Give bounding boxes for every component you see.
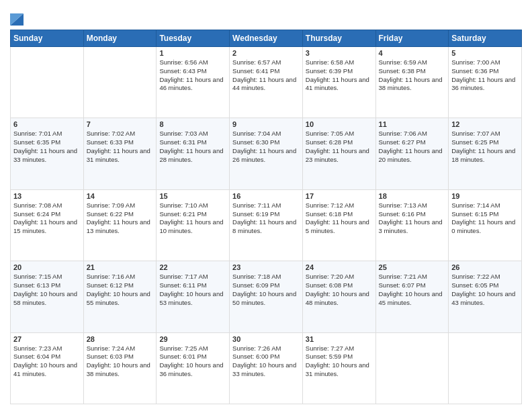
- daylight-text: Daylight: 10 hours and 38 minutes.: [87, 361, 150, 377]
- day-number: 2: [232, 49, 300, 57]
- sunset-text: Sunset: 6:04 PM: [13, 353, 60, 360]
- sunset-text: Sunset: 6:38 PM: [379, 67, 426, 75]
- daylight-text: Daylight: 10 hours and 55 minutes.: [87, 290, 150, 306]
- sunrise-text: Sunrise: 7:18 AM: [232, 273, 281, 280]
- calendar-cell: 9 Sunrise: 7:04 AM Sunset: 6:30 PM Dayli…: [230, 118, 303, 189]
- daylight-text: Daylight: 11 hours and 41 minutes.: [306, 76, 369, 92]
- day-info: Sunrise: 7:09 AM Sunset: 6:22 PM Dayligh…: [87, 201, 154, 236]
- sunrise-text: Sunrise: 7:03 AM: [159, 130, 208, 137]
- sunset-text: Sunset: 6:07 PM: [379, 281, 426, 289]
- sunrise-text: Sunrise: 7:25 AM: [159, 345, 208, 352]
- day-info: Sunrise: 7:27 AM Sunset: 5:59 PM Dayligh…: [306, 345, 373, 379]
- calendar-cell: 25 Sunrise: 7:21 AM Sunset: 6:07 PM Dayl…: [375, 261, 449, 332]
- calendar-week-4: 20 Sunrise: 7:15 AM Sunset: 6:13 PM Dayl…: [11, 261, 522, 332]
- sunrise-text: Sunrise: 7:07 AM: [451, 130, 500, 137]
- calendar-week-1: 1 Sunrise: 6:56 AM Sunset: 6:43 PM Dayli…: [11, 47, 522, 118]
- day-info: Sunrise: 7:26 AM Sunset: 6:00 PM Dayligh…: [232, 345, 300, 379]
- sunrise-text: Sunrise: 7:11 AM: [232, 201, 281, 209]
- calendar-cell: 11 Sunrise: 7:06 AM Sunset: 6:27 PM Dayl…: [375, 118, 449, 189]
- day-number: 25: [379, 263, 446, 271]
- daylight-text: Daylight: 11 hours and 28 minutes.: [159, 147, 223, 163]
- day-number: 28: [87, 335, 154, 343]
- logo-icon: [10, 7, 24, 26]
- day-number: 19: [451, 192, 519, 200]
- day-info: Sunrise: 7:01 AM Sunset: 6:35 PM Dayligh…: [13, 130, 81, 164]
- calendar-cell: 22 Sunrise: 7:17 AM Sunset: 6:11 PM Dayl…: [157, 261, 230, 332]
- sunrise-text: Sunrise: 7:12 AM: [306, 201, 354, 209]
- daylight-text: Daylight: 11 hours and 10 minutes.: [159, 218, 223, 234]
- daylight-text: Daylight: 11 hours and 20 minutes.: [379, 147, 443, 163]
- sunrise-text: Sunrise: 7:26 AM: [232, 345, 281, 352]
- day-info: Sunrise: 7:03 AM Sunset: 6:31 PM Dayligh…: [159, 130, 226, 164]
- daylight-text: Daylight: 11 hours and 46 minutes.: [159, 76, 223, 92]
- calendar-cell: [375, 332, 449, 404]
- sunrise-text: Sunrise: 7:23 AM: [13, 345, 62, 352]
- day-number: 1: [159, 49, 226, 57]
- day-number: 8: [159, 120, 226, 128]
- sunrise-text: Sunrise: 7:04 AM: [232, 130, 281, 137]
- sunrise-text: Sunrise: 7:27 AM: [306, 345, 354, 352]
- day-info: Sunrise: 7:11 AM Sunset: 6:19 PM Dayligh…: [232, 201, 300, 236]
- daylight-text: Daylight: 11 hours and 13 minutes.: [87, 218, 150, 234]
- day-info: Sunrise: 7:23 AM Sunset: 6:04 PM Dayligh…: [13, 345, 81, 379]
- calendar-header-row: SundayMondayTuesdayWednesdayThursdayFrid…: [11, 30, 522, 47]
- calendar-week-3: 13 Sunrise: 7:08 AM Sunset: 6:24 PM Dayl…: [11, 189, 522, 261]
- sunset-text: Sunset: 6:35 PM: [13, 138, 60, 146]
- day-info: Sunrise: 7:10 AM Sunset: 6:21 PM Dayligh…: [159, 201, 226, 236]
- calendar-cell: 24 Sunrise: 7:20 AM Sunset: 6:08 PM Dayl…: [302, 261, 375, 332]
- day-info: Sunrise: 7:12 AM Sunset: 6:18 PM Dayligh…: [306, 201, 373, 236]
- sunset-text: Sunset: 6:28 PM: [306, 138, 353, 146]
- sunset-text: Sunset: 6:19 PM: [232, 210, 279, 218]
- sunrise-text: Sunrise: 7:20 AM: [306, 273, 354, 280]
- daylight-text: Daylight: 11 hours and 8 minutes.: [232, 218, 296, 234]
- day-info: Sunrise: 6:56 AM Sunset: 6:43 PM Dayligh…: [159, 58, 226, 93]
- day-number: 18: [379, 192, 446, 200]
- calendar-header-monday: Monday: [83, 30, 157, 47]
- calendar-cell: [83, 47, 157, 118]
- sunset-text: Sunset: 6:05 PM: [451, 281, 498, 289]
- daylight-text: Daylight: 11 hours and 31 minutes.: [87, 147, 150, 163]
- calendar-cell: 26 Sunrise: 7:22 AM Sunset: 6:05 PM Dayl…: [449, 261, 522, 332]
- sunset-text: Sunset: 6:31 PM: [159, 138, 206, 146]
- calendar-cell: 29 Sunrise: 7:25 AM Sunset: 6:01 PM Dayl…: [157, 332, 230, 404]
- daylight-text: Daylight: 11 hours and 3 minutes.: [379, 218, 443, 234]
- day-number: 13: [13, 192, 81, 200]
- day-info: Sunrise: 7:14 AM Sunset: 6:15 PM Dayligh…: [451, 201, 519, 236]
- daylight-text: Daylight: 10 hours and 48 minutes.: [306, 290, 369, 306]
- daylight-text: Daylight: 10 hours and 45 minutes.: [379, 290, 443, 306]
- calendar-cell: 12 Sunrise: 7:07 AM Sunset: 6:25 PM Dayl…: [449, 118, 522, 189]
- sunrise-text: Sunrise: 7:01 AM: [13, 130, 62, 137]
- daylight-text: Daylight: 11 hours and 36 minutes.: [451, 76, 515, 92]
- calendar-header-tuesday: Tuesday: [157, 30, 230, 47]
- daylight-text: Daylight: 10 hours and 41 minutes.: [13, 361, 77, 377]
- daylight-text: Daylight: 10 hours and 43 minutes.: [451, 290, 515, 306]
- sunset-text: Sunset: 6:27 PM: [379, 138, 426, 146]
- sunset-text: Sunset: 6:43 PM: [159, 67, 206, 75]
- sunset-text: Sunset: 6:09 PM: [232, 281, 279, 289]
- sunrise-text: Sunrise: 7:10 AM: [159, 201, 208, 209]
- sunrise-text: Sunrise: 7:14 AM: [451, 201, 500, 209]
- daylight-text: Daylight: 11 hours and 26 minutes.: [232, 147, 296, 163]
- logo: [10, 7, 25, 26]
- day-number: 14: [87, 192, 154, 200]
- day-number: 9: [232, 120, 300, 128]
- day-info: Sunrise: 7:02 AM Sunset: 6:33 PM Dayligh…: [87, 130, 154, 164]
- sunset-text: Sunset: 6:11 PM: [159, 281, 206, 289]
- day-number: 29: [159, 335, 226, 343]
- calendar-cell: 21 Sunrise: 7:16 AM Sunset: 6:12 PM Dayl…: [83, 261, 157, 332]
- day-info: Sunrise: 7:21 AM Sunset: 6:07 PM Dayligh…: [379, 273, 446, 307]
- sunrise-text: Sunrise: 6:58 AM: [306, 58, 354, 66]
- calendar-cell: 7 Sunrise: 7:02 AM Sunset: 6:33 PM Dayli…: [83, 118, 157, 189]
- sunset-text: Sunset: 6:41 PM: [232, 67, 279, 75]
- sunrise-text: Sunrise: 6:56 AM: [159, 58, 208, 66]
- daylight-text: Daylight: 11 hours and 18 minutes.: [451, 147, 515, 163]
- day-info: Sunrise: 6:57 AM Sunset: 6:41 PM Dayligh…: [232, 58, 300, 93]
- day-number: 16: [232, 192, 300, 200]
- day-number: 12: [451, 120, 519, 128]
- sunrise-text: Sunrise: 7:24 AM: [87, 345, 135, 352]
- sunset-text: Sunset: 6:22 PM: [87, 210, 134, 218]
- day-info: Sunrise: 7:07 AM Sunset: 6:25 PM Dayligh…: [451, 130, 519, 164]
- sunset-text: Sunset: 6:08 PM: [306, 281, 353, 289]
- day-info: Sunrise: 7:22 AM Sunset: 6:05 PM Dayligh…: [451, 273, 519, 307]
- sunset-text: Sunset: 6:13 PM: [13, 281, 60, 289]
